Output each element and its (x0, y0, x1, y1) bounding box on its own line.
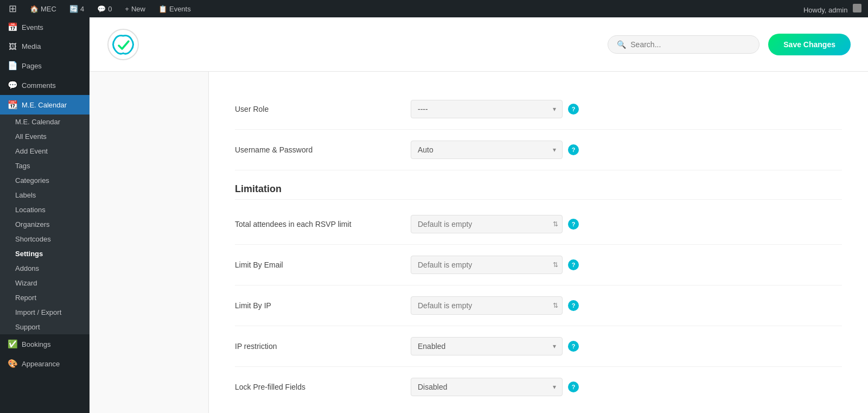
sidebar-item-categories[interactable]: Categories (0, 173, 90, 188)
search-icon: 🔍 (617, 40, 626, 49)
search-input[interactable] (630, 40, 750, 49)
total-attendees-label: Total attendees in each RSVP limit (235, 220, 398, 228)
limit-by-ip-label: Limit By IP (235, 301, 398, 310)
adminbar-events[interactable]: 📋 Events (156, 5, 193, 13)
ip-restriction-row: IP restriction Enabled Disabled ? (235, 326, 842, 367)
lock-prefilled-help[interactable]: ? (568, 382, 579, 392)
comments-side-icon: 💬 (8, 80, 17, 90)
total-attendees-spinner-wrapper (411, 215, 563, 233)
user-role-row: User Role ---- Administrator Editor Auth… (235, 89, 842, 130)
limit-by-email-label: Limit By Email (235, 260, 398, 269)
adminbar-new[interactable]: + New (123, 5, 148, 13)
sidebar-item-settings[interactable]: Settings (0, 246, 90, 261)
ip-restriction-label: IP restriction (235, 342, 398, 351)
adminbar-site[interactable]: 🏠 MEC (28, 5, 59, 13)
username-password-control: Auto Manual ? (411, 141, 842, 159)
sidebar-item-report[interactable]: Report (0, 290, 90, 305)
sidebar-item-labels[interactable]: Labels (0, 188, 90, 202)
total-attendees-control: ? (411, 215, 842, 233)
admin-bar: ⊞ 🏠 MEC 🔄 4 💬 0 + New 📋 Events Howdy, ad… (0, 0, 868, 17)
limit-by-ip-row: Limit By IP ? (235, 285, 842, 326)
limitation-section-title: Limitation (235, 170, 842, 200)
sidebar-item-comments[interactable]: 💬 Comments (0, 75, 90, 95)
avatar (853, 4, 861, 12)
mec-header: 🔍 Save Changes (90, 17, 868, 72)
main-content: 🔍 Save Changes User Role ---- A (90, 17, 868, 413)
sidebar-item-wizard[interactable]: Wizard (0, 276, 90, 290)
username-password-select[interactable]: Auto Manual (411, 141, 563, 159)
lock-prefilled-control: Disabled Enabled ? (411, 378, 842, 396)
ip-restriction-help[interactable]: ? (568, 341, 579, 352)
events-tab-icon: 📋 (158, 5, 167, 13)
settings-form: User Role ---- Administrator Editor Auth… (209, 72, 868, 413)
adminbar-user-greeting: Howdy, admin (803, 4, 861, 14)
user-role-select-wrapper: ---- Administrator Editor Author Subscri… (411, 100, 563, 118)
user-role-help[interactable]: ? (568, 104, 579, 115)
save-changes-button[interactable]: Save Changes (768, 34, 851, 55)
sidebar-item-tags[interactable]: Tags (0, 158, 90, 173)
ip-restriction-select[interactable]: Enabled Disabled (411, 337, 563, 355)
adminbar-comments[interactable]: 💬 0 (95, 5, 114, 13)
lock-prefilled-row: Lock Pre-filled Fields Disabled Enabled … (235, 367, 842, 407)
events-icon: 📅 (8, 22, 17, 32)
mec-logo (107, 28, 139, 61)
updates-icon: 🔄 (69, 5, 78, 13)
settings-nav-panel (90, 72, 209, 413)
mec-calendar-icon: 📆 (8, 100, 17, 110)
lock-prefilled-label: Lock Pre-filled Fields (235, 383, 398, 391)
limit-by-email-spinner-wrapper (411, 256, 563, 274)
search-box[interactable]: 🔍 (608, 35, 760, 54)
bookings-icon: ✅ (8, 339, 17, 349)
sidebar-submenu: M.E. Calendar All Events Add Event Tags … (0, 115, 90, 334)
wp-logo[interactable]: ⊞ (7, 3, 19, 15)
sidebar-item-mec-sub[interactable]: M.E. Calendar (0, 115, 90, 129)
limit-by-email-input[interactable] (411, 256, 563, 274)
username-password-help[interactable]: ? (568, 144, 579, 155)
user-role-label: User Role (235, 105, 398, 113)
lock-prefilled-select-wrapper: Disabled Enabled (411, 378, 563, 396)
user-role-select[interactable]: ---- Administrator Editor Author Subscri… (411, 100, 563, 118)
sidebar-item-add-event[interactable]: Add Event (0, 144, 90, 158)
ip-restriction-select-wrapper: Enabled Disabled (411, 337, 563, 355)
sidebar-item-appearance[interactable]: 🎨 Appearance (0, 354, 90, 373)
limit-by-email-control: ? (411, 256, 842, 274)
comments-icon: 💬 (97, 5, 106, 13)
total-attendees-input[interactable] (411, 215, 563, 233)
sidebar-item-support[interactable]: Support (0, 320, 90, 334)
house-icon: 🏠 (30, 5, 39, 13)
user-role-control: ---- Administrator Editor Author Subscri… (411, 100, 842, 118)
sidebar-item-mec-calendar[interactable]: 📆 M.E. Calendar (0, 95, 90, 115)
total-attendees-row: Total attendees in each RSVP limit ? (235, 204, 842, 245)
sidebar-item-media[interactable]: 🖼 Media (0, 37, 90, 56)
plus-icon: + (125, 5, 129, 13)
pages-icon: 📄 (8, 61, 17, 71)
username-password-label: Username & Password (235, 145, 398, 154)
sidebar-item-shortcodes[interactable]: Shortcodes (0, 232, 90, 246)
adminbar-updates[interactable]: 🔄 4 (67, 5, 86, 13)
sidebar-item-all-events[interactable]: All Events (0, 129, 90, 144)
sidebar-item-events[interactable]: 📅 Events (0, 17, 90, 37)
content-area: User Role ---- Administrator Editor Auth… (90, 72, 868, 413)
sidebar-item-addons[interactable]: Addons (0, 261, 90, 276)
limit-by-email-help[interactable]: ? (568, 259, 579, 270)
username-password-row: Username & Password Auto Manual ? (235, 130, 842, 170)
media-icon: 🖼 (8, 42, 17, 51)
total-attendees-help[interactable]: ? (568, 219, 579, 230)
sidebar-item-locations[interactable]: Locations (0, 202, 90, 217)
username-password-select-wrapper: Auto Manual (411, 141, 563, 159)
limit-by-ip-help[interactable]: ? (568, 300, 579, 311)
appearance-icon: 🎨 (8, 359, 17, 368)
lock-prefilled-select[interactable]: Disabled Enabled (411, 378, 563, 396)
sidebar-item-pages[interactable]: 📄 Pages (0, 56, 90, 75)
ip-restriction-control: Enabled Disabled ? (411, 337, 842, 355)
sidebar-item-organizers[interactable]: Organizers (0, 217, 90, 232)
sidebar-item-bookings[interactable]: ✅ Bookings (0, 334, 90, 354)
sidebar-item-import-export[interactable]: Import / Export (0, 305, 90, 320)
limit-by-ip-input[interactable] (411, 296, 563, 315)
sidebar: 📅 Events 🖼 Media 📄 Pages 💬 Comments 📆 M.… (0, 17, 90, 413)
limit-by-ip-spinner-wrapper (411, 296, 563, 315)
limit-by-ip-control: ? (411, 296, 842, 315)
limit-by-email-row: Limit By Email ? (235, 245, 842, 285)
